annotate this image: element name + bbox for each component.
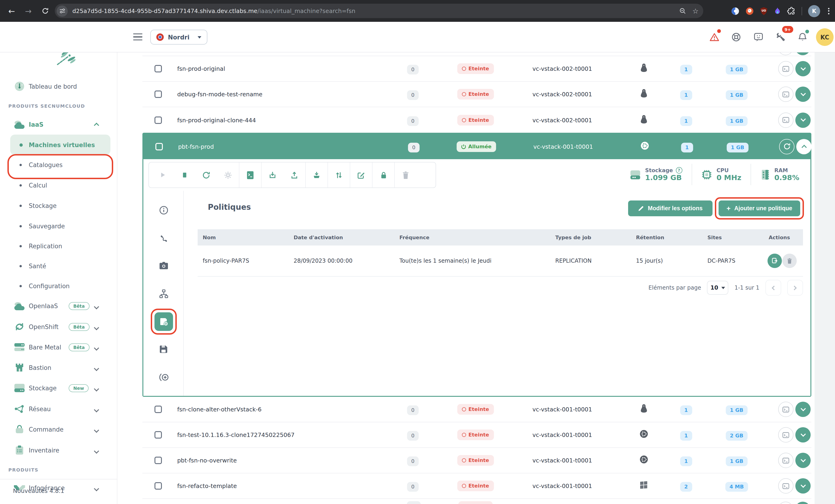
tab-connections[interactable] [159, 234, 168, 243]
browser-profile-avatar[interactable]: K [808, 5, 820, 17]
next-page-button[interactable] [787, 280, 803, 296]
zoom-out-icon[interactable] [679, 7, 686, 14]
tab-network[interactable] [159, 289, 168, 298]
expand-row-button[interactable] [795, 61, 811, 76]
table-row[interactable]: fsn-clone-alter-otherVstack-6 0 Eteinte … [142, 397, 811, 422]
support-button[interactable] [731, 32, 741, 42]
play-button[interactable] [158, 170, 167, 180]
sidebar-item-openshift[interactable]: OpenShift Bêta [0, 317, 117, 337]
console-button[interactable] [778, 453, 793, 468]
sidebar-item-sauvegarde[interactable]: Sauvegarde [0, 216, 117, 236]
user-avatar[interactable]: KC [816, 28, 834, 46]
previous-page-button[interactable] [766, 280, 781, 296]
tenant-selector[interactable]: Nordri [150, 30, 207, 44]
sidebar-item-stockage-iaas[interactable]: Stockage [0, 195, 117, 216]
row-checkbox[interactable] [155, 65, 162, 73]
row-checkbox[interactable] [155, 457, 162, 464]
console-button[interactable] [778, 112, 793, 128]
sidebar-item-iaas[interactable]: IaaS [0, 114, 117, 135]
expand-row-button[interactable] [795, 53, 810, 55]
browser-forward-button[interactable]: → [21, 0, 35, 22]
tab-backup-policies[interactable] [155, 313, 173, 331]
row-checkbox[interactable] [155, 431, 162, 439]
sidebar-item-openiaas[interactable]: OpenIaaS Bêta [0, 296, 117, 316]
console-button[interactable] [246, 170, 255, 180]
edit-button[interactable] [357, 170, 366, 180]
collapse-row-button[interactable] [796, 139, 812, 154]
expand-row-button[interactable] [795, 112, 811, 128]
browser-reload-button[interactable] [39, 0, 51, 22]
console-button[interactable] [778, 402, 793, 417]
duckduckgo-extension-icon[interactable] [746, 7, 754, 15]
extensions-puzzle-icon[interactable] [787, 7, 796, 15]
url-text[interactable]: d25a7d5d-1855-4cd4-955b-d57ad3771474.shi… [73, 4, 355, 18]
row-checkbox[interactable] [155, 116, 162, 124]
sidebar-item-calcul[interactable]: Calcul [0, 175, 117, 195]
bookmark-star-icon[interactable]: ☆ [692, 7, 699, 15]
expand-row-button[interactable] [795, 427, 811, 443]
expand-row-button[interactable] [795, 502, 810, 504]
expand-row-button[interactable] [795, 478, 811, 493]
console-button[interactable] [778, 502, 793, 504]
release-notes-link[interactable]: Nouveautés 4.8.1 [13, 487, 64, 494]
table-row[interactable]: fsn-prod-original 0 Eteinte vc-vstack-00… [142, 56, 811, 82]
edit-options-button[interactable]: Modifier les options [628, 201, 713, 216]
selected-table-row[interactable]: pbt-fsn-prod 0 Allumée vc-vstack-001-t00… [143, 134, 810, 159]
sidebar-item-stockage[interactable]: Stockage New [0, 378, 117, 398]
tools-button[interactable] [775, 32, 786, 42]
browser-back-button[interactable]: ← [5, 0, 19, 22]
alerts-button[interactable] [709, 32, 719, 42]
console-button[interactable] [778, 61, 793, 76]
sidebar-item-catalogues[interactable]: Catalogues [0, 155, 117, 175]
stop-button[interactable] [180, 170, 189, 180]
per-page-select[interactable]: 10 [707, 281, 729, 295]
table-row[interactable]: pbt-fsn-no-overwrite 0 Eteinte vc-vstack… [142, 448, 811, 473]
row-checkbox[interactable] [156, 143, 163, 150]
export-button[interactable] [290, 170, 299, 180]
scrollbar-gutter[interactable] [815, 53, 835, 504]
restart-button[interactable] [202, 170, 211, 180]
menu-toggle-button[interactable] [133, 34, 142, 42]
settings-button[interactable] [223, 170, 232, 180]
sidebar-item-replication[interactable]: Replication [0, 236, 117, 256]
expand-row-button[interactable] [795, 453, 811, 468]
browser-menu-icon[interactable] [826, 8, 831, 14]
delete-button[interactable] [401, 170, 410, 180]
feedback-button[interactable] [753, 32, 763, 42]
import-button[interactable] [268, 170, 277, 180]
console-button[interactable] [778, 53, 793, 55]
site-settings-icon[interactable] [57, 5, 68, 17]
console-button[interactable] [778, 427, 793, 443]
table-row[interactable]: fsn-prod-original-clone-444 0 Eteinte vc… [142, 107, 811, 133]
lock-button[interactable] [379, 170, 388, 180]
tab-info[interactable] [159, 206, 168, 215]
ublock-extension-icon[interactable]: UO [760, 7, 768, 15]
sidebar-item-configuration[interactable]: Configuration [0, 276, 117, 296]
tab-save[interactable] [159, 345, 168, 354]
table-row[interactable]: debug-fsn-mode-test-rename 0 Eteinte vc-… [142, 82, 811, 107]
row-checkbox[interactable] [155, 406, 162, 413]
console-button[interactable] [778, 86, 793, 102]
row-checkbox[interactable] [155, 482, 162, 490]
sidebar-item-inventaire[interactable]: Inventaire [0, 440, 117, 460]
row-checkbox[interactable] [155, 90, 162, 98]
privacy-extension-icon[interactable] [731, 7, 739, 15]
help-icon[interactable]: ? [676, 167, 682, 174]
sidebar-item-machines-virtuelles[interactable]: Machines virtuelles [0, 135, 117, 155]
sidebar-item-bastion[interactable]: Bastion [0, 357, 117, 378]
notifications-button[interactable] [797, 32, 808, 42]
sidebar-item-sante[interactable]: Santé [0, 256, 117, 276]
expand-row-button[interactable] [795, 86, 811, 102]
console-button[interactable] [778, 478, 793, 493]
sidebar-item-reseau[interactable]: Réseau [0, 399, 117, 419]
run-policy-button[interactable] [768, 254, 782, 268]
tab-attach-disk[interactable] [159, 373, 168, 382]
delete-policy-button[interactable] [782, 254, 797, 268]
sidebar-item-bare-metal[interactable]: Bare Metal Bêta [0, 337, 117, 357]
table-row[interactable]: fsn-refacto-template 0 Eteinte vc-vstack… [142, 473, 811, 499]
sidebar-item-commande[interactable]: Commande [0, 419, 117, 440]
address-bar[interactable]: d25a7d5d-1855-4cd4-955b-d57ad3771474.shi… [55, 4, 703, 18]
sidebar-item-dashboard[interactable]: Tableau de bord [0, 76, 117, 97]
move-button[interactable] [334, 170, 344, 180]
expand-row-button[interactable] [795, 402, 811, 417]
